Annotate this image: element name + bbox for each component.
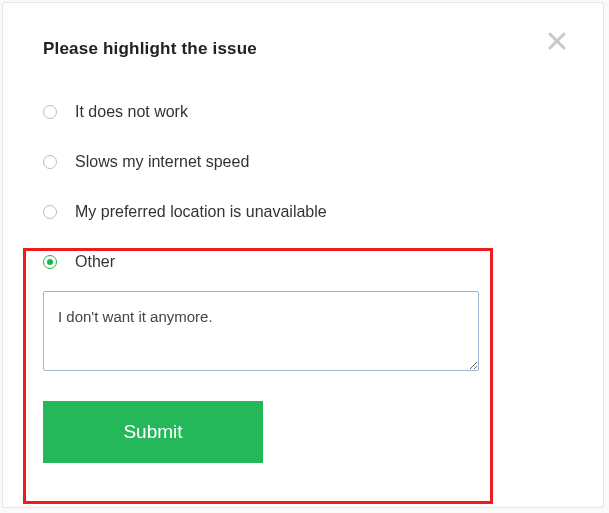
option-label: Other <box>75 253 115 271</box>
other-reason-input[interactable] <box>43 291 479 371</box>
option-location-unavailable[interactable]: My preferred location is unavailable <box>43 187 563 237</box>
option-label: It does not work <box>75 103 188 121</box>
radio-icon <box>43 205 57 219</box>
dialog-title: Please highlight the issue <box>43 39 563 59</box>
annotation-highlight-box <box>23 248 493 504</box>
issue-options: It does not work Slows my internet speed… <box>43 87 563 287</box>
option-label: My preferred location is unavailable <box>75 203 327 221</box>
radio-icon <box>43 255 57 269</box>
option-slows-internet[interactable]: Slows my internet speed <box>43 137 563 187</box>
close-button[interactable] <box>547 31 567 51</box>
submit-button[interactable]: Submit <box>43 401 263 463</box>
option-other[interactable]: Other <box>43 237 563 287</box>
radio-icon <box>43 155 57 169</box>
radio-icon <box>43 105 57 119</box>
close-icon <box>547 31 567 51</box>
issue-dialog: Please highlight the issue It does not w… <box>3 3 603 507</box>
option-it-does-not-work[interactable]: It does not work <box>43 87 563 137</box>
option-label: Slows my internet speed <box>75 153 249 171</box>
